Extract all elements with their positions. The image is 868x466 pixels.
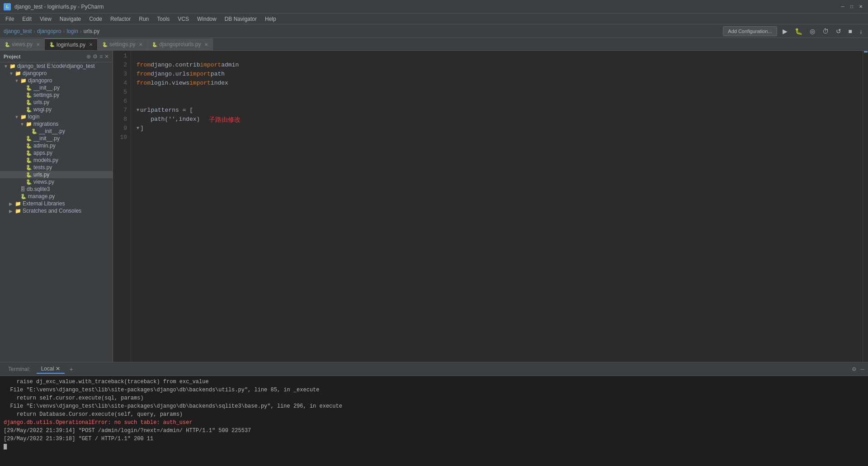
terminal-settings-icon[interactable]: ⚙ [852,366,857,372]
breadcrumb-root[interactable]: django_test [4,28,32,34]
tree-item-migrations[interactable]: ▼ 📁 migrations [0,120,113,128]
tree-item-djangopro-inner[interactable]: ▼ 📁 djangopro [0,77,113,84]
terminal-line-6: django.db.utils.OperationalError: no suc… [4,418,864,427]
tree-item-tests-py[interactable]: 🐍 tests.py [0,164,113,171]
menu-code[interactable]: Code [85,15,106,23]
py-file-icon: 🐍 [31,128,38,134]
tab-label: settings.py [109,41,135,48]
close-button[interactable]: ✕ [857,3,864,10]
terminal-line-1: raise dj_exc_value.with_traceback(traceb… [4,378,864,386]
debug-icon[interactable]: 🐛 [793,28,804,35]
run-icon[interactable]: ▶ [781,28,789,35]
breadcrumb-urls: urls.py [84,28,99,34]
menu-vcs[interactable]: VCS [174,15,193,23]
terminal-line-5: return Database.Cursor.execute(self, que… [4,410,864,418]
tree-label: __init__.py [33,135,60,142]
tab-label: views.py [12,41,33,48]
breadcrumb-djangopro[interactable]: djangopro [37,28,61,34]
menu-refactor[interactable]: Refactor [107,15,134,23]
menu-db-navigator[interactable]: DB Navigator [221,15,260,23]
code-line-8: path('',index) 子路由修改 [137,115,863,124]
tab-djangopro-urls-py[interactable]: 🐍 djangopro\urls.py ✕ [147,38,213,50]
add-terminal-button[interactable]: + [66,366,75,373]
breadcrumb-login[interactable]: login [66,28,78,34]
tree-item-external-libs[interactable]: ▶ 📁 External Libraries [0,200,113,207]
py-file-icon: 🐍 [26,172,32,178]
tree-label: tests.py [33,164,52,171]
tree-item-apps-py[interactable]: 🐍 apps.py [0,149,113,157]
tree-label: Scratches and Consoles [23,208,81,214]
menu-view[interactable]: View [36,15,55,23]
tree-label: apps.py [33,150,52,156]
sidebar-locate-icon[interactable]: ⊕ [86,53,91,60]
terminal-minimize-icon[interactable]: ─ [860,366,864,372]
folder-icon: 📁 [20,114,27,120]
stop-icon[interactable]: ■ [847,28,854,35]
tree-item-settings-py[interactable]: 🐍 settings.py [0,91,113,99]
tree-item-init-py-2[interactable]: 🐍 __init__.py [0,128,113,135]
vcs-update-icon[interactable]: ↓ [858,28,864,35]
menu-run[interactable]: Run [135,15,152,23]
maximize-button[interactable]: □ [848,3,855,10]
tree-item-root[interactable]: ▼ 📁 django_test E:\code\django_test [0,62,113,70]
menu-edit[interactable]: Edit [19,15,35,23]
tree-item-scratches[interactable]: ▶ 📁 Scratches and Consoles [0,207,113,214]
sidebar-close-icon[interactable]: ✕ [104,53,109,60]
tree-item-urls-py-1[interactable]: 🐍 urls.py [0,99,113,106]
tree-label: migrations [33,121,58,127]
annotation-text: 子路由修改 [209,115,241,124]
code-line-7: ▼ urlpatterns = [ [137,106,863,115]
terminal-header: Terminal: Local ✕ + ⚙ ─ [0,362,868,376]
tab-views-py[interactable]: 🐍 views.py ✕ [0,38,45,50]
tree-label: django_test E:\code\django_test [17,63,94,69]
menu-window[interactable]: Window [193,15,220,23]
py-file-icon: 🐍 [26,85,32,91]
terminal[interactable]: raise dj_exc_value.with_traceback(traceb… [0,376,868,466]
rerun-icon[interactable]: ↺ [834,28,843,35]
terminal-line-8: [29/May/2022 21:39:18] "GET / HTTP/1.1" … [4,435,864,443]
tree-item-urls-py-active[interactable]: 🐍 urls.py [0,171,113,178]
tree-label: djangopro [23,70,47,76]
menu-tools[interactable]: Tools [153,15,173,23]
tree-label: admin.py [33,143,56,149]
tree-item-views-py[interactable]: 🐍 views.py [0,178,113,185]
tree-item-wsgi-py[interactable]: 🐍 wsgi.py [0,106,113,113]
tab-login-urls-py[interactable]: 🐍 login\urls.py ✕ [45,38,98,50]
py-file-icon: 🐍 [26,100,32,105]
tab-local[interactable]: Local ✕ [37,365,65,374]
close-icon[interactable]: ✕ [56,366,60,372]
tree-item-admin-py[interactable]: 🐍 admin.py [0,142,113,149]
sidebar-collapse-icon[interactable]: ≡ [99,53,103,60]
tree-label: db.sqlite3 [27,186,50,192]
run-coverage-icon[interactable]: ◎ [808,28,817,35]
menu-navigate[interactable]: Navigate [56,15,85,23]
menu-file[interactable]: File [2,15,18,23]
tab-settings-py[interactable]: 🐍 settings.py ✕ [98,38,147,50]
code-line-4: from login.views import index [137,79,863,88]
tree-item-djangopro-top[interactable]: ▼ 📁 djangopro [0,70,113,77]
tree-item-db-sqlite3[interactable]: 🗄 db.sqlite3 [0,185,113,193]
code-editor[interactable]: 1 2 3 4 5 6 7 8 9 10 from django.contrib… [113,51,863,362]
sidebar-settings-icon[interactable]: ⚙ [93,53,98,60]
code-line-10 [137,133,863,142]
close-icon[interactable]: ✕ [139,42,142,47]
profiler-icon[interactable]: ⏱ [821,28,830,35]
add-configuration-button[interactable]: Add Configuration... [723,26,777,36]
tree-item-init-py-3[interactable]: 🐍 __init__.py [0,135,113,142]
sidebar-header: Project ⊕ ⚙ ≡ ✕ [0,51,113,62]
menu-help[interactable]: Help [261,15,280,23]
terminal-cursor-line[interactable]: █ [4,443,864,451]
tree-item-models-py[interactable]: 🐍 models.py [0,157,113,164]
tree-item-manage-py[interactable]: 🐍 manage.py [0,193,113,200]
tree-item-login[interactable]: ▼ 📁 login [0,113,113,120]
code-content[interactable]: from django.contrib import admin from dj… [131,51,863,362]
tree-label: urls.py [33,171,49,178]
terminal-tab-label[interactable]: Terminal: [4,365,35,373]
tree-label: views.py [33,179,54,185]
close-icon[interactable]: ✕ [89,42,93,47]
minimize-button[interactable]: ─ [839,3,846,10]
tree-item-init-py-1[interactable]: 🐍 __init__.py [0,84,113,91]
close-icon[interactable]: ✕ [204,42,208,47]
close-icon[interactable]: ✕ [36,42,40,47]
right-gutter [863,51,868,362]
